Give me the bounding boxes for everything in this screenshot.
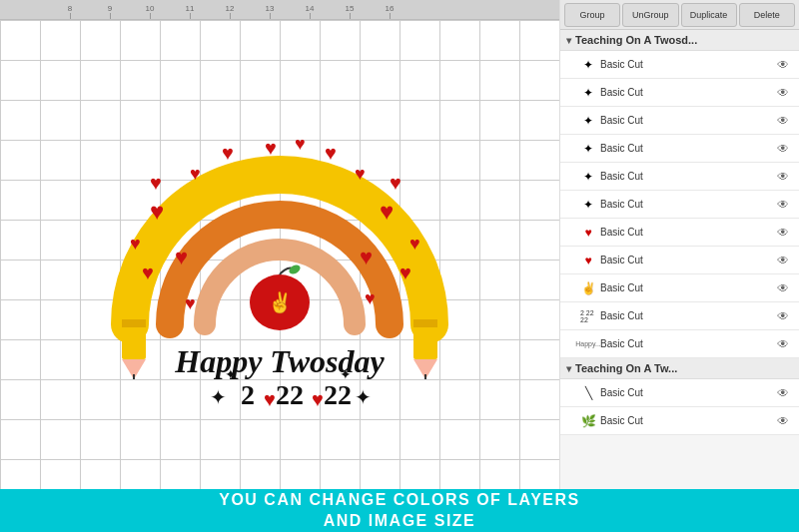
layer-visibility-toggle[interactable]: 👁 bbox=[775, 308, 791, 324]
layer-name: Basic Cut bbox=[600, 87, 771, 98]
layer-item[interactable]: ✌ Basic Cut 👁 bbox=[560, 274, 799, 302]
svg-text:22: 22 bbox=[324, 379, 352, 410]
layer-item[interactable]: Happy... Basic Cut 👁 bbox=[560, 330, 799, 358]
layer-icon-star: ✦ bbox=[580, 169, 596, 185]
svg-text:♥: ♥ bbox=[185, 293, 196, 313]
layer-name: Basic Cut bbox=[600, 143, 771, 154]
group-arrow-1: ▾ bbox=[566, 35, 571, 46]
layer-name: Basic Cut bbox=[600, 338, 771, 349]
svg-text:2: 2 bbox=[241, 379, 255, 410]
layer-visibility-toggle[interactable]: 👁 bbox=[775, 57, 791, 73]
layer-name: Basic Cut bbox=[600, 387, 771, 398]
svg-text:✦: ✦ bbox=[340, 366, 352, 382]
layer-name: Basic Cut bbox=[600, 415, 771, 426]
group-name-1: Teaching On A Twosd... bbox=[575, 34, 697, 46]
layer-visibility-toggle[interactable]: 👁 bbox=[775, 253, 791, 268]
layer-name: Basic Cut bbox=[600, 171, 771, 182]
layer-icon-star: ✦ bbox=[580, 85, 596, 101]
layer-visibility-toggle[interactable]: 👁 bbox=[775, 85, 791, 101]
panel-toolbar: Group UnGroup Duplicate Delete bbox=[560, 0, 799, 30]
layer-icon-star: ✦ bbox=[580, 197, 596, 213]
svg-text:Happy Twosday: Happy Twosday bbox=[174, 343, 385, 379]
svg-text:✦: ✦ bbox=[225, 366, 237, 382]
layer-visibility-toggle[interactable]: 👁 bbox=[775, 197, 791, 213]
layer-item[interactable]: ✦ Basic Cut 👁 bbox=[560, 191, 799, 219]
layers-list[interactable]: ▾ Teaching On A Twosd... ✦ Basic Cut 👁 ✦… bbox=[560, 30, 799, 489]
layer-icon-text: Happy... bbox=[580, 336, 596, 352]
delete-button[interactable]: Delete bbox=[739, 3, 795, 27]
svg-text:♥: ♥ bbox=[264, 388, 276, 410]
design-svg: ✌ ♥ ♥ ♥ ♥ ♥ ♥ ♥ ♥ ♥ ♥ ♥ ♥ ♥ ♥ ♥ ♥ ♥ ♥ Ha… bbox=[70, 35, 489, 454]
svg-text:♥: ♥ bbox=[190, 164, 201, 184]
svg-text:♥: ♥ bbox=[400, 262, 411, 283]
layer-name: Basic Cut bbox=[600, 310, 771, 321]
layer-item[interactable]: ✦ Basic Cut 👁 bbox=[560, 163, 799, 191]
layer-name: Basic Cut bbox=[600, 282, 771, 293]
svg-text:✦: ✦ bbox=[355, 386, 372, 408]
svg-text:♥: ♥ bbox=[150, 172, 162, 194]
svg-text:♥: ♥ bbox=[142, 262, 154, 283]
svg-text:♥: ♥ bbox=[355, 164, 366, 184]
svg-text:22: 22 bbox=[276, 379, 304, 410]
layer-item[interactable]: 2 22 22 Basic Cut 👁 bbox=[560, 302, 799, 330]
layer-visibility-toggle[interactable]: 👁 bbox=[775, 113, 791, 129]
banner-line1: YOU CAN CHANGE COLORS OF LAYERS bbox=[219, 490, 580, 511]
layer-visibility-toggle[interactable]: 👁 bbox=[775, 225, 791, 241]
svg-text:♥: ♥ bbox=[130, 234, 141, 254]
layer-item[interactable]: ♥ Basic Cut 👁 bbox=[560, 219, 799, 247]
group-header-1[interactable]: ▾ Teaching On A Twosd... bbox=[560, 30, 799, 51]
svg-text:♥: ♥ bbox=[380, 198, 394, 225]
svg-text:♥: ♥ bbox=[360, 245, 373, 269]
layer-icon-numbers: 2 22 22 bbox=[580, 308, 596, 324]
svg-text:♥: ♥ bbox=[265, 137, 277, 159]
canvas-area: 8 9 10 11 12 13 14 15 16 bbox=[0, 0, 559, 489]
layer-name: Basic Cut bbox=[600, 115, 771, 126]
layer-visibility-toggle[interactable]: 👁 bbox=[775, 385, 791, 401]
layer-item[interactable]: ✦ Basic Cut 👁 bbox=[560, 107, 799, 135]
layer-icon-star: ✦ bbox=[580, 113, 596, 129]
svg-text:♥: ♥ bbox=[365, 288, 376, 308]
layer-icon-peace: ✌ bbox=[580, 280, 596, 296]
layer-icon-star: ✦ bbox=[580, 57, 596, 73]
layer-item[interactable]: 🌿 Basic Cut 👁 bbox=[560, 407, 799, 435]
design-canvas[interactable]: ✌ ♥ ♥ ♥ ♥ ♥ ♥ ♥ ♥ ♥ ♥ ♥ ♥ ♥ ♥ ♥ ♥ ♥ ♥ Ha… bbox=[40, 20, 519, 469]
layer-icon-leaf: 🌿 bbox=[580, 413, 596, 429]
svg-text:♥: ♥ bbox=[222, 142, 234, 164]
layer-visibility-toggle[interactable]: 👁 bbox=[775, 280, 791, 296]
svg-point-9 bbox=[288, 264, 302, 276]
svg-text:♥: ♥ bbox=[150, 198, 164, 225]
ruler-top: 8 9 10 11 12 13 14 15 16 bbox=[0, 0, 559, 20]
layer-visibility-toggle[interactable]: 👁 bbox=[775, 413, 791, 429]
duplicate-button[interactable]: Duplicate bbox=[681, 3, 737, 27]
layer-visibility-toggle[interactable]: 👁 bbox=[775, 169, 791, 185]
layer-icon-heart: ♥ bbox=[580, 225, 596, 241]
layer-item[interactable]: ♥ Basic Cut 👁 bbox=[560, 247, 799, 274]
layer-icon-star: ✦ bbox=[580, 141, 596, 157]
right-panel: Group UnGroup Duplicate Delete ▾ Teachin… bbox=[559, 0, 799, 489]
svg-text:♥: ♥ bbox=[295, 134, 306, 154]
layer-visibility-toggle[interactable]: 👁 bbox=[775, 141, 791, 157]
svg-text:♥: ♥ bbox=[325, 142, 337, 164]
svg-text:♥: ♥ bbox=[390, 172, 401, 194]
banner-line2: AND IMAGE SIZE bbox=[324, 511, 476, 532]
layer-item[interactable]: ✦ Basic Cut 👁 bbox=[560, 51, 799, 79]
layer-item[interactable]: ✦ Basic Cut 👁 bbox=[560, 79, 799, 107]
layer-name: Basic Cut bbox=[600, 255, 771, 266]
layer-icon-slash: ╲ bbox=[580, 385, 596, 401]
layer-name: Basic Cut bbox=[600, 59, 771, 70]
svg-text:✌: ✌ bbox=[268, 290, 293, 314]
layer-item[interactable]: ╲ Basic Cut 👁 bbox=[560, 379, 799, 407]
svg-text:♥: ♥ bbox=[175, 245, 188, 269]
layer-icon-heart: ♥ bbox=[580, 253, 596, 268]
group-button[interactable]: Group bbox=[564, 3, 620, 27]
ungroup-button[interactable]: UnGroup bbox=[622, 3, 678, 27]
layer-name: Basic Cut bbox=[600, 199, 771, 210]
group-header-2[interactable]: ▾ Teaching On A Tw... bbox=[560, 358, 799, 379]
svg-text:♥: ♥ bbox=[312, 388, 324, 410]
svg-rect-6 bbox=[413, 319, 437, 327]
svg-rect-2 bbox=[122, 319, 146, 327]
layer-visibility-toggle[interactable]: 👁 bbox=[775, 336, 791, 352]
svg-text:✦: ✦ bbox=[210, 386, 227, 408]
layer-item[interactable]: ✦ Basic Cut 👁 bbox=[560, 135, 799, 163]
bottom-banner: YOU CAN CHANGE COLORS OF LAYERS AND IMAG… bbox=[0, 489, 799, 532]
